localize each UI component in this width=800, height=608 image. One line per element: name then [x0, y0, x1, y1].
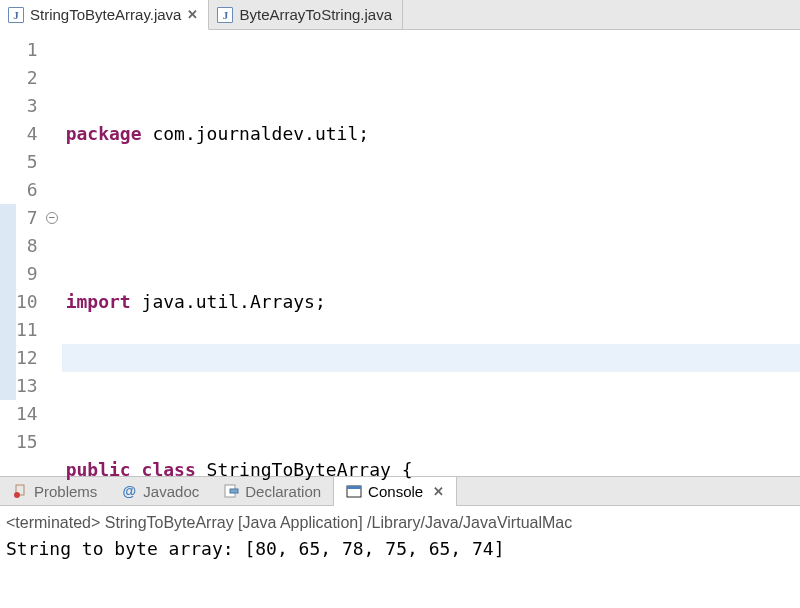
tab-label: StringToByteArray.java — [30, 6, 181, 23]
close-icon[interactable]: ✕ — [187, 7, 198, 22]
current-line-highlight — [62, 344, 800, 372]
java-file-icon: J — [217, 7, 233, 23]
tab-file-1[interactable]: J StringToByteArray.java ✕ — [0, 0, 209, 30]
svg-point-1 — [14, 492, 20, 498]
code-area[interactable]: package com.journaldev.util; import java… — [62, 30, 800, 476]
fold-toggle-icon[interactable]: − — [46, 212, 58, 224]
line-number-gutter: 1 2 3 4 5 6 7 8 9 10 11 12 13 14 15 — [16, 30, 44, 476]
problems-icon — [12, 483, 28, 499]
tab-label: ByteArrayToString.java — [239, 6, 392, 23]
editor-tab-bar: J StringToByteArray.java ✕ J ByteArrayTo… — [0, 0, 800, 30]
fold-margin: − — [44, 30, 62, 476]
tab-file-2[interactable]: J ByteArrayToString.java — [209, 0, 403, 29]
marker-margin — [0, 30, 16, 476]
java-file-icon: J — [8, 7, 24, 23]
code-editor[interactable]: 1 2 3 4 5 6 7 8 9 10 11 12 13 14 15 − pa… — [0, 30, 800, 476]
